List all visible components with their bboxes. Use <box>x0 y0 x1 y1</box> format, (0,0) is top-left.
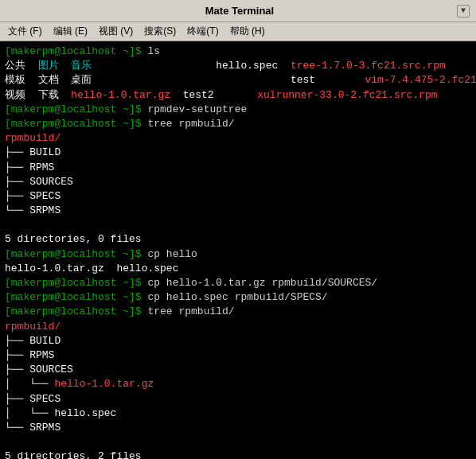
line-23: ├── SOURCES <box>5 363 471 377</box>
line-5: [makerpm@localhost ~]$ rpmdev-setuptree <box>5 103 471 117</box>
line-12: └── SRPMS <box>5 204 471 218</box>
line-9: ├── RPMS <box>5 161 471 175</box>
window-title: Mate Terminal <box>22 5 457 17</box>
line-13 <box>5 218 471 232</box>
line-3: 模板 文档 桌面 test vim-7.4.475-2.fc21.src.rpm <box>5 73 471 88</box>
menu-search[interactable]: 搜索(S) <box>139 23 181 40</box>
menu-file[interactable]: 文件 (F) <box>3 23 47 40</box>
window-menu-btn[interactable]: ▼ <box>457 5 470 18</box>
line-4: 视频 下载 hello-1.0.tar.gz test2 xulrunner-3… <box>5 88 471 103</box>
line-24: │ └── hello-1.0.tar.gz <box>5 377 471 391</box>
line-15: [makerpm@localhost ~]$ cp hello <box>5 247 471 262</box>
menu-terminal[interactable]: 终端(T) <box>182 23 223 40</box>
menu-view[interactable]: 视图 (V) <box>94 23 138 40</box>
dir-count: 5 directories, 2 files <box>5 449 142 459</box>
menu-edit[interactable]: 编辑 (E) <box>49 23 92 40</box>
line-6: [makerpm@localhost ~]$ tree rpmbuild/ <box>5 117 471 131</box>
line-20: rpmbuild/ <box>5 320 471 334</box>
line-19: [makerpm@localhost ~]$ tree rpmbuild/ <box>5 305 471 319</box>
titlebar: Mate Terminal ▼ <box>0 0 476 22</box>
line-26: │ └── hello.spec <box>5 406 471 421</box>
line-28 <box>5 435 471 449</box>
line-16: hello-1.0.tar.gz hello.spec <box>5 262 471 276</box>
line-7: rpmbuild/ <box>5 131 471 146</box>
line-17: [makerpm@localhost ~]$ cp hello-1.0.tar.… <box>5 276 471 290</box>
line-21: ├── BUILD <box>5 334 471 348</box>
line-1: [makerpm@localhost ~]$ ls <box>5 45 471 59</box>
line-8: ├── BUILD <box>5 146 471 160</box>
menubar: 文件 (F) 编辑 (E) 视图 (V) 搜索(S) 终端(T) 帮助 (H) <box>0 22 476 41</box>
line-10: ├── SOURCES <box>5 175 471 189</box>
line-18: [makerpm@localhost ~]$ cp hello.spec rpm… <box>5 290 471 305</box>
menu-help[interactable]: 帮助 (H) <box>225 23 270 40</box>
terminal-area[interactable]: [makerpm@localhost ~]$ ls 公共 图片 音乐 hello… <box>0 41 476 459</box>
line-11: ├── SPECS <box>5 189 471 204</box>
line-25: ├── SPECS <box>5 392 471 406</box>
line-22: ├── RPMS <box>5 348 471 363</box>
line-14: 5 directories, 0 files <box>5 232 471 247</box>
status-line: 5 directories, 2 files <box>5 449 471 459</box>
line-2: 公共 图片 音乐 hello.spec tree-1.7.0-3.fc21.sr… <box>5 59 471 73</box>
line-27: └── SRPMS <box>5 421 471 435</box>
